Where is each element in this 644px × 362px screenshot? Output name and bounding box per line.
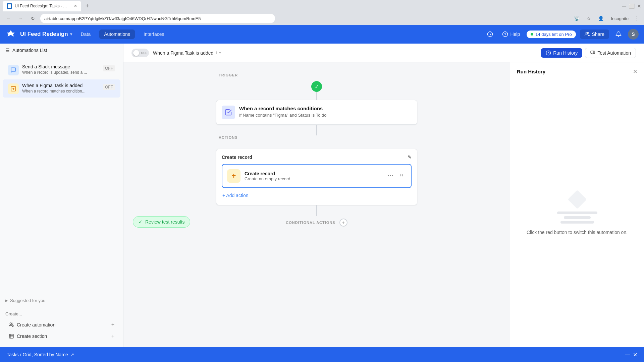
forward-button[interactable]: →: [16, 14, 25, 23]
action-item-content: Create record Create an empty record: [245, 171, 382, 181]
minimize-btn[interactable]: ─: [622, 3, 626, 10]
incognito-label: Incognito: [611, 16, 629, 21]
sidebar-item-figma-task-title: When a Figma Task is added: [22, 83, 100, 88]
action-container-title: Create record ✎: [222, 155, 412, 160]
sidebar-list: Send a Slack message When a record is up…: [0, 57, 123, 179]
bottom-bar-external-icon[interactable]: ↗: [71, 352, 74, 357]
automation-toggle[interactable]: OFF: [131, 49, 149, 57]
bottom-bar-close-button[interactable]: ✕: [633, 352, 637, 358]
tab-favicon: [7, 3, 12, 9]
refresh-button[interactable]: ↻: [28, 14, 38, 23]
sidebar-footer: Create... Create automation + Create sec…: [0, 306, 123, 347]
app-name[interactable]: UI Feed Redesign ▾: [20, 31, 72, 38]
address-bar[interactable]: airtable.com/appnB2PYqtdgiMrZG/wfl3ajgIO…: [40, 14, 275, 23]
close-btn[interactable]: ✕: [637, 3, 641, 9]
trigger-node-icon: [222, 106, 235, 119]
browser-chrome: UI Feed Redesign: Tasks - Airtab... ✕ + …: [0, 0, 644, 25]
app-name-chevron-icon: ▾: [70, 32, 72, 37]
sidebar-item-figma-task-toggle: OFF: [103, 84, 115, 90]
sidebar-item-figma-task-content: When a Figma Task is added When a record…: [22, 83, 100, 94]
bottom-bar-minimize-button[interactable]: —: [625, 352, 630, 358]
run-history-btn-label: Run History: [553, 50, 578, 56]
canvas-main: TRIGGER ✓: [123, 62, 510, 347]
browser-menu-button[interactable]: ⋮: [634, 15, 640, 22]
help-button[interactable]: Help: [499, 30, 523, 39]
canvas-scroll: TRIGGER ✓: [123, 62, 644, 347]
nav-tab-data[interactable]: Data: [76, 29, 96, 39]
create-section-button[interactable]: Create section +: [5, 330, 118, 342]
create-automation-plus-icon: +: [111, 322, 114, 328]
create-automation-btn-left: Create automation: [9, 322, 55, 327]
test-automation-button[interactable]: Test Automation: [585, 48, 636, 58]
sidebar-item-send-slack-content: Send a Slack message When a record is up…: [22, 64, 100, 75]
app-name-text: UI Feed Redesign: [20, 31, 68, 38]
maximize-btn[interactable]: ⬜: [629, 3, 635, 9]
svg-point-3: [586, 32, 587, 34]
run-history-desc: Click the red button to switch this auto…: [527, 229, 628, 236]
help-label: Help: [510, 32, 520, 37]
tab-close-icon[interactable]: ✕: [74, 4, 77, 8]
browser-tabs: UI Feed Redesign: Tasks - Airtab... ✕ + …: [0, 0, 644, 12]
action-item-dots-button[interactable]: •••: [386, 171, 395, 181]
suggested-arrow-icon: ▶: [5, 299, 8, 302]
conditional-section-label: CONDITIONAL ACTIONS: [286, 221, 335, 225]
bottom-bar-actions: — ✕: [625, 352, 637, 358]
toggle-off-label: OFF: [141, 51, 147, 55]
bottom-bar-label-section: Tasks / Grid, Sorted by Name ↗: [7, 352, 74, 357]
placeholder-line-3: [560, 221, 594, 224]
hamburger-icon: ☰: [5, 48, 10, 53]
action-item-desc: Create an empty record: [245, 176, 382, 181]
create-section-btn-left: Create section: [9, 334, 47, 339]
cast-icon[interactable]: 📡: [572, 14, 581, 23]
svg-rect-8: [9, 334, 13, 338]
sidebar-item-figma-task-icon: [8, 83, 19, 94]
trigger-check-indicator: ✓: [311, 81, 322, 92]
history-button[interactable]: [485, 29, 495, 40]
run-history-close-button[interactable]: ✕: [633, 68, 637, 75]
create-automation-button[interactable]: Create automation +: [5, 319, 118, 330]
review-fixed-label: Review test results: [145, 219, 184, 225]
notification-button[interactable]: [613, 29, 624, 40]
run-history-graphic: [557, 193, 597, 224]
add-action-button[interactable]: + Add action: [222, 191, 412, 199]
share-button[interactable]: Share: [580, 29, 609, 39]
review-fixed-check-icon: ✓: [139, 219, 143, 225]
run-history-content: Click the red button to switch this auto…: [510, 81, 644, 347]
action-item[interactable]: + Create record Create an empty record •…: [222, 164, 412, 188]
diamond-icon: [568, 190, 587, 209]
sidebar-item-send-slack-toggle: OFF: [103, 65, 115, 71]
back-button[interactable]: ←: [4, 14, 13, 23]
pro-dot: [531, 33, 533, 36]
sidebar-item-figma-task[interactable]: When a Figma Task is added When a record…: [3, 79, 120, 98]
action-container-edit-icon[interactable]: ✎: [408, 155, 412, 160]
conditional-add-button[interactable]: +: [339, 219, 347, 227]
sidebar-item-send-slack[interactable]: Send a Slack message When a record is up…: [3, 61, 120, 79]
run-history-panel-header: Run History ✕: [510, 62, 644, 81]
nav-tab-automations[interactable]: Automations: [99, 29, 135, 39]
placeholder-line-2: [564, 216, 591, 219]
create-automation-label: Create automation: [17, 322, 55, 327]
sidebar: ☰ Automations List Send a Slack message …: [0, 44, 123, 347]
new-tab-button[interactable]: +: [83, 1, 92, 11]
browser-addressbar: ← → ↻ airtable.com/appnB2PYqtdgiMrZG/wfl…: [0, 12, 644, 25]
action-item-drag-handle[interactable]: ⠿: [397, 171, 406, 181]
active-tab[interactable]: UI Feed Redesign: Tasks - Airtab... ✕: [3, 1, 81, 11]
profile-icon[interactable]: 👤: [596, 14, 605, 23]
review-test-results-fixed-button[interactable]: ✓ Review test results: [133, 216, 190, 228]
action-item-actions: ••• ⠿: [386, 171, 406, 181]
run-history-button[interactable]: Run History: [541, 48, 582, 58]
workflow: TRIGGER ✓: [216, 73, 417, 227]
avatar[interactable]: S: [628, 29, 639, 40]
nav-tab-interfaces[interactable]: Interfaces: [139, 29, 169, 39]
sidebar-header-title: Automations List: [12, 48, 47, 53]
pro-badge[interactable]: 14 days left on Pro: [527, 31, 576, 38]
sidebar-item-send-slack-title: Send a Slack message: [22, 64, 100, 69]
bookmark-icon[interactable]: ☆: [584, 14, 593, 23]
tab-title: UI Feed Redesign: Tasks - Airtab...: [15, 4, 68, 8]
create-label: Create...: [5, 311, 118, 316]
trigger-node[interactable]: When a record matches conditions If Name…: [216, 100, 417, 125]
share-label: Share: [592, 32, 604, 37]
pro-label: 14 days left on Pro: [535, 32, 572, 37]
connector-line-2: [316, 125, 317, 135]
suggested-label[interactable]: ▶ Suggested for you: [5, 298, 118, 303]
